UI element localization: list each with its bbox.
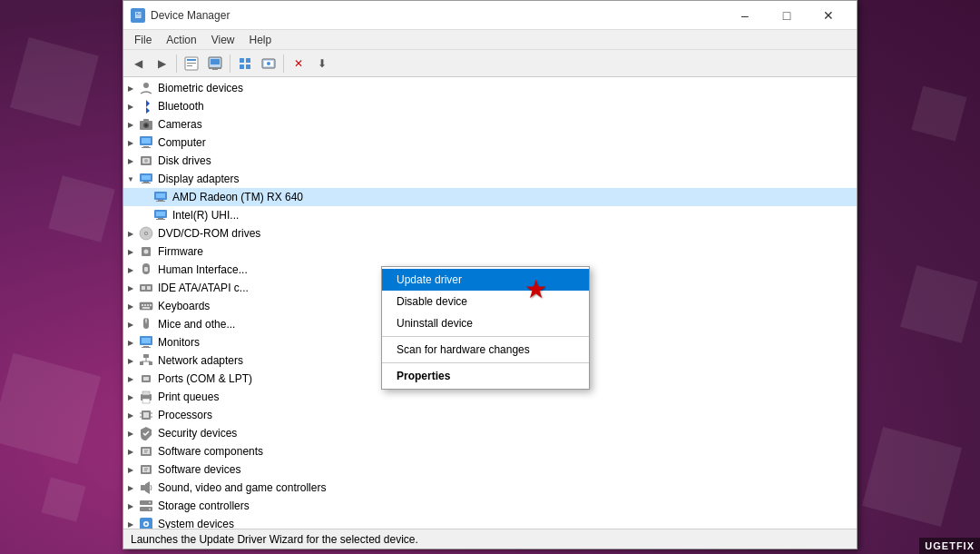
close-button[interactable]: ✕: [808, 1, 849, 30]
svg-rect-50: [142, 304, 143, 306]
toolbar-properties[interactable]: [181, 53, 202, 74]
ctx-uninstall-device[interactable]: Uninstall device: [382, 312, 589, 334]
expander-computer[interactable]: ▶: [123, 134, 138, 152]
ctx-properties[interactable]: Properties: [382, 365, 589, 387]
tree-item-biometric[interactable]: ▶ Biometric devices: [123, 79, 857, 97]
tree-item-softwaredev[interactable]: ▶ Software devices: [123, 460, 857, 479]
label-ports: Ports (COM & LPT): [158, 373, 252, 384]
tree-item-intel[interactable]: Intel(R) UHI...: [123, 206, 857, 224]
expander-monitors[interactable]: ▶: [123, 333, 138, 351]
ctx-disable-device[interactable]: Disable device: [382, 291, 589, 312]
icon-print: [138, 390, 154, 404]
tree-item-bluetooth[interactable]: ▶ Bluetooth: [123, 97, 857, 115]
svg-rect-80: [142, 449, 150, 454]
expander-biometric[interactable]: ▶: [123, 79, 138, 97]
ctx-properties-label: Properties: [397, 370, 450, 382]
ctx-separator: [382, 336, 589, 337]
expander-storage[interactable]: ▶: [123, 497, 138, 515]
toolbar-forward[interactable]: ▶: [151, 53, 172, 74]
watermark: UGETFIX: [919, 538, 980, 554]
label-monitors: Monitors: [158, 337, 200, 348]
toolbar-download[interactable]: ⬇: [311, 53, 333, 74]
tree-item-computer[interactable]: ▶ Computer: [123, 134, 857, 152]
minimize-button[interactable]: –: [724, 1, 766, 30]
svg-rect-19: [143, 119, 149, 122]
toolbar-separator-2: [230, 54, 230, 73]
expander-bluetooth[interactable]: ▶: [123, 97, 138, 115]
svg-rect-36: [156, 212, 165, 216]
tree-item-processors[interactable]: ▶ Processors: [123, 406, 857, 424]
menu-action[interactable]: Action: [159, 32, 203, 48]
expander-hid[interactable]: ▶: [123, 261, 138, 279]
svg-rect-53: [150, 304, 152, 306]
expander-dvd[interactable]: ▶: [123, 224, 138, 242]
tree-item-print[interactable]: ▶ Print queues: [123, 388, 857, 406]
expander-disk[interactable]: ▶: [123, 152, 138, 170]
expander-display[interactable]: ▼: [123, 170, 138, 188]
expander-print[interactable]: ▶: [123, 388, 138, 406]
menu-file[interactable]: File: [127, 32, 159, 48]
expander-cameras[interactable]: ▶: [123, 115, 138, 134]
icon-cameras: [138, 117, 154, 132]
tree-item-system[interactable]: ▶ System devices: [123, 515, 857, 529]
expander-mice[interactable]: ▶: [123, 315, 138, 333]
tree-item-disk[interactable]: ▶ Disk drives: [123, 152, 857, 170]
tree-item-softwarecomp[interactable]: ▶ Software components: [123, 442, 857, 460]
label-intel: Intel(R) UHI...: [172, 210, 239, 221]
icon-sound: [138, 480, 154, 495]
menu-help[interactable]: Help: [242, 32, 279, 48]
svg-rect-48: [147, 286, 151, 290]
label-mice: Mice and othe...: [158, 319, 235, 330]
icon-computer: [138, 135, 154, 150]
svg-rect-8: [240, 58, 244, 63]
tree-item-sound[interactable]: ▶ Sound, video and game controllers: [123, 479, 857, 497]
icon-monitors: [138, 335, 154, 350]
expander-security[interactable]: ▶: [123, 424, 138, 442]
icon-firmware: [138, 244, 154, 259]
expander-softwarecomp[interactable]: ▶: [123, 442, 138, 460]
context-menu: Update driver Disable device Uninstall d…: [381, 266, 590, 390]
maximize-button[interactable]: □: [766, 1, 808, 30]
tree-item-amd[interactable]: AMD Radeon (TM) RX 640: [123, 188, 857, 206]
expander-processors[interactable]: ▶: [123, 406, 138, 424]
toolbar-remove[interactable]: ✕: [288, 53, 309, 74]
svg-rect-61: [142, 347, 151, 348]
svg-point-15: [143, 83, 149, 88]
ctx-update-driver[interactable]: Update driver: [382, 269, 589, 291]
tree-item-cameras[interactable]: ▶ Cameras: [123, 115, 857, 134]
ctx-scan-hardware-label: Scan for hardware changes: [397, 343, 530, 356]
svg-rect-38: [156, 219, 165, 220]
toolbar-scan[interactable]: [258, 53, 279, 74]
expander-ports[interactable]: ▶: [123, 370, 138, 388]
tree-item-security[interactable]: ▶ Security devices: [123, 424, 857, 442]
svg-rect-64: [149, 361, 152, 365]
tree-item-display[interactable]: ▼ Display adapters: [123, 170, 857, 188]
menu-view[interactable]: View: [204, 32, 242, 48]
tree-item-storage[interactable]: ▶ Storage controllers: [123, 497, 857, 515]
expander-system[interactable]: ▶: [123, 515, 138, 529]
toolbar-separator-1: [176, 54, 177, 73]
toolbar-show-hidden[interactable]: [234, 53, 256, 74]
window-title: Device Manager: [151, 9, 724, 22]
label-display: Display adapters: [158, 173, 239, 184]
icon-dvd: [138, 226, 154, 241]
label-sound: Sound, video and game controllers: [158, 482, 326, 493]
tree-item-firmware[interactable]: ▶ Firmware: [123, 242, 857, 261]
expander-keyboards[interactable]: ▶: [123, 297, 138, 315]
icon-intel: [152, 208, 169, 223]
toolbar-back[interactable]: ◀: [127, 53, 149, 74]
expander-firmware[interactable]: ▶: [123, 242, 138, 261]
svg-rect-69: [143, 377, 149, 381]
expander-network[interactable]: ▶: [123, 351, 138, 370]
label-amd: AMD Radeon (TM) RX 640: [172, 192, 303, 203]
svg-rect-52: [147, 304, 149, 306]
toolbar: ◀ ▶: [123, 50, 857, 77]
label-bluetooth: Bluetooth: [158, 101, 204, 112]
ctx-scan-hardware[interactable]: Scan for hardware changes: [382, 339, 589, 361]
svg-rect-45: [144, 267, 148, 272]
tree-item-dvd[interactable]: ▶ DVD/CD-ROM drives: [123, 224, 857, 242]
expander-softwaredev[interactable]: ▶: [123, 460, 138, 479]
expander-ide[interactable]: ▶: [123, 279, 138, 297]
toolbar-update-driver[interactable]: [204, 53, 226, 74]
expander-sound[interactable]: ▶: [123, 479, 138, 497]
